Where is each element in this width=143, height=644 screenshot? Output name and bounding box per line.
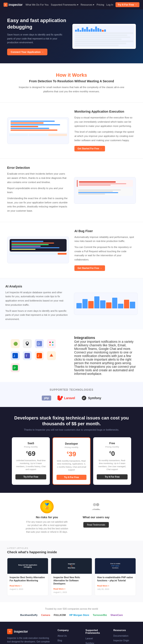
nav-cta-button[interactable]: Try It For Free →	[115, 2, 139, 7]
blog-card-title-0: Inspector Best Sentry Alternative For Ap…	[10, 576, 46, 582]
svg-text:J: J	[14, 354, 15, 358]
tech-symfony: sf Symfony	[81, 395, 101, 401]
svg-text:Z: Z	[38, 354, 40, 358]
blog-card-1: Inspector vs New Relic Inspector Best Ne…	[51, 558, 92, 596]
hero-chart	[75, 26, 133, 32]
integration-gitlab-icon	[47, 351, 56, 360]
feature-monitoring-btn[interactable]: Get Started For Free →	[74, 146, 105, 152]
nav-logo[interactable]: ≡ inspector	[4, 3, 23, 7]
integration-discord-icon: D	[35, 339, 44, 348]
feature-bugfixer-btn[interactable]: Get Started For Free →	[74, 265, 105, 271]
footer-link-about[interactable]: About Us	[58, 635, 67, 637]
trust-text: Trusted by over 500 companies across the…	[7, 608, 136, 610]
footer-logo: ≡ inspector	[7, 629, 52, 634]
svg-rect-8	[52, 342, 53, 343]
feature-monitoring-p2: This level of visibility can completely …	[74, 130, 136, 142]
footer-top: ≡ inspector Inspector is the code execut…	[7, 629, 136, 644]
trust-camara: Camara	[41, 614, 50, 616]
footer-col-company: Company About Us Blog Contact Changelog …	[58, 629, 80, 644]
blog-card-body-2: How to enable/disable PHP native functio…	[95, 574, 136, 592]
pricing-headline: Developers stuck fixing technical issues…	[7, 415, 136, 426]
hiw-subtitle: From Detection To Resolution Without Was…	[7, 80, 136, 83]
php-badge: php	[42, 396, 51, 400]
nav-link-login[interactable]: Log In	[106, 3, 113, 6]
guarantee-testimonials-title: What our users say	[74, 516, 118, 519]
blog-cards: Easy and fast application debugging Insp…	[7, 558, 136, 596]
blog-card-body-0: Inspector Best Sentry Alternative For Ap…	[7, 574, 48, 592]
integration-pagerduty-icon: P	[11, 363, 20, 372]
trust-section: Trusted by over 500 companies across the…	[0, 602, 143, 622]
footer-tagline: Inspector is the code execution monitori…	[7, 636, 52, 644]
integrations-section: 🟢 D J T Z	[0, 329, 143, 382]
footer-resources-links: Documentation Inspector Origin Inspector…	[113, 634, 136, 644]
blog-card-title-2: How to enable/disable PHP native functio…	[97, 576, 133, 582]
trust-logos: BuckhamDuffy Camara FULLKOM HP Morgan St…	[7, 614, 136, 616]
blog-thumb-0: Easy and fast application debugging	[7, 558, 48, 574]
feature-analysis-content: AI Analysis Let Inspector AI analyze dat…	[5, 284, 69, 323]
blog-thumb-1: Inspector vs New Relic	[51, 558, 92, 574]
blog-date-0: August 3, 2023	[10, 588, 46, 590]
footer-link-docs[interactable]: Documentation	[113, 635, 128, 637]
laravel-text: Laravel	[64, 396, 75, 400]
blog-read-more-1[interactable]: Read More »	[53, 588, 65, 590]
nav-link-resources[interactable]: Resources ▾	[81, 3, 94, 6]
blog-card-2: How to enable PHP native functions How t…	[95, 558, 136, 596]
svg-rect-4	[26, 344, 28, 346]
svg-rect-10	[52, 344, 53, 346]
feature-monitoring-p1: Enjoy a visual representation of the exe…	[74, 116, 136, 128]
blog-read-more-0[interactable]: Read More »	[10, 585, 22, 587]
plan-saas-price: €69	[16, 450, 46, 457]
plan-free-currency: €	[109, 450, 111, 454]
navbar: ≡ inspector What We Do For You Supported…	[0, 0, 143, 9]
how-it-works-section: How it Works From Detection To Resolutio…	[0, 63, 143, 102]
svg-point-23	[93, 503, 96, 506]
plan-dev-amount: 39	[69, 450, 76, 458]
blog-thumb-2: How to enable PHP native functions	[95, 558, 136, 574]
footer-link-laravel[interactable]: Laravel	[85, 637, 93, 640]
integration-teams-icon: T	[23, 351, 32, 360]
hero-cta-button[interactable]: Connect Your Application →	[7, 48, 47, 55]
footer-link-origin[interactable]: Inspector Origin	[113, 639, 129, 642]
footer-col-company-title: Company	[58, 629, 80, 632]
footer-link-symfony[interactable]: Symfony	[85, 642, 94, 644]
footer-col-frameworks: Supported Frameworks Laravel Symfony Wor…	[85, 629, 108, 644]
plan-free-label: Pricing monthly	[97, 446, 127, 448]
blog-section-label: LATEST ARTICLES	[7, 547, 136, 549]
footer-logo-text: inspector	[14, 630, 28, 633]
nav-link-frameworks[interactable]: Supported Frameworks ▾	[51, 3, 78, 6]
guarantee-no-risk-desc: If for any reason you are not satisfied …	[25, 520, 69, 534]
nav-link-what[interactable]: What We Do For You	[26, 3, 49, 6]
plan-saas-desc: Unlimited transactions, Real-time monito…	[16, 459, 46, 471]
plan-dev-btn[interactable]: Try It For Free	[57, 475, 86, 480]
feature-monitoring: Monitoring Application Execution Enjoy a…	[0, 102, 143, 158]
blog-title: Check what's happening inside	[7, 550, 136, 554]
plan-saas-btn[interactable]: Try It For Free	[16, 474, 46, 480]
plan-free-btn[interactable]: Try It For Free	[97, 474, 127, 480]
plan-dev-name: Developer	[57, 442, 86, 445]
users-icon	[89, 500, 103, 513]
footer-company-links: About Us Blog Contact Changelog Terms & …	[58, 634, 80, 644]
blog-date-1: August 1, 2023	[53, 591, 90, 594]
trust-buckhamduffy: BuckhamDuffy	[20, 614, 38, 616]
nav-link-pricing[interactable]: Pricing	[96, 3, 104, 6]
integration-google-icon: 🟢	[11, 339, 20, 348]
blog-read-more-2[interactable]: Read More »	[97, 585, 109, 587]
tech-section: Supported Technologies php Laravel sf Sy…	[0, 382, 143, 407]
feature-bugfixer-p1: Automatically improve reliability and pe…	[74, 235, 136, 243]
pricing-card-saas: SaaS Pricing monthly €69 Unlimited trans…	[12, 437, 50, 485]
hero-section: Easy and fast application debugging Save…	[0, 9, 143, 63]
footer-brand: ≡ inspector Inspector is the code execut…	[7, 629, 52, 644]
footer-link-blog[interactable]: Blog	[58, 639, 62, 642]
read-testimonials-btn[interactable]: Read Testimonials	[83, 522, 109, 528]
integrations-title: Integrations	[74, 336, 136, 340]
footer-frameworks-links: Laravel Symfony WordPress	[85, 636, 108, 644]
pricing-banner: Developers stuck fixing technical issues…	[0, 407, 143, 493]
integrations-p3: Thanks to Integrations you can connect y…	[74, 365, 136, 376]
plan-free-desc: 5k monthly transactions, Real-time monit…	[97, 459, 127, 471]
symfony-text: Symfony	[88, 396, 101, 400]
plan-dev-desc: 500k monthly transactions, Real-time mon…	[57, 460, 86, 472]
feature-analysis-integrations: AI Analysis Let Inspector AI analyze dat…	[0, 278, 143, 329]
svg-rect-9	[49, 344, 51, 346]
plan-dev-label: Pricing monthly	[57, 446, 86, 448]
plan-free-amount: 0	[111, 450, 115, 457]
